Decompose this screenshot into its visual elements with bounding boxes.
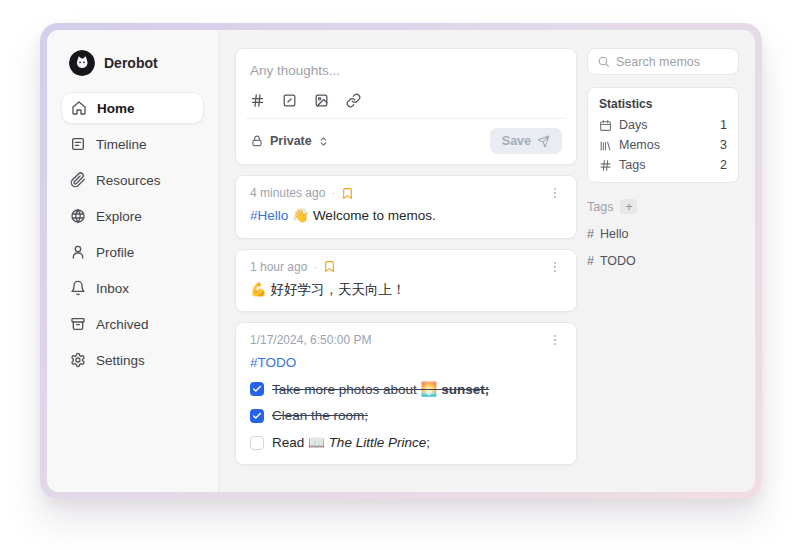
tags-title: Tags xyxy=(587,200,613,214)
memo-timestamp: 1 hour ago xyxy=(250,260,307,274)
checkbox-unchecked[interactable] xyxy=(250,436,264,450)
stat-value: 1 xyxy=(720,118,727,132)
add-tag-button[interactable]: + xyxy=(620,199,637,214)
checkbox-checked[interactable] xyxy=(250,409,264,423)
sidebar-item-explore[interactable]: Explore xyxy=(61,200,204,232)
stat-label: Tags xyxy=(619,158,645,172)
chevrons-up-down-icon xyxy=(318,136,329,147)
link-icon[interactable] xyxy=(346,93,361,108)
composer-toolbar xyxy=(250,93,562,108)
statistics-card: Statistics Days 1 Memos 3 Tags 2 xyxy=(587,87,739,183)
sidebar-item-profile[interactable]: Profile xyxy=(61,236,204,268)
tag-link-todo[interactable]: #TODO xyxy=(250,355,296,370)
sidebar-item-settings[interactable]: Settings xyxy=(61,344,204,376)
tag-link-hello[interactable]: #Hello xyxy=(250,208,288,223)
sidebar-item-home[interactable]: Home xyxy=(61,92,204,124)
sidebar-item-archived[interactable]: Archived xyxy=(61,308,204,340)
task-text: Take more photos about 🌅 sunset; xyxy=(272,380,489,400)
send-icon xyxy=(537,135,550,148)
task-item: Take more photos about 🌅 sunset; xyxy=(250,380,562,400)
task-item: Read 📖 The Little Prince; xyxy=(250,433,562,453)
checkbox-slash-icon[interactable] xyxy=(282,93,297,108)
save-button[interactable]: Save xyxy=(490,128,562,154)
memo-text: 💪 好好学习，天天向上！ xyxy=(250,282,406,297)
globe-icon xyxy=(70,208,86,224)
checkbox-checked[interactable] xyxy=(250,382,264,396)
right-sidebar: Statistics Days 1 Memos 3 Tags 2 xyxy=(587,30,755,492)
main-content: Private Save 4 minutes ago · xyxy=(219,30,587,492)
memos-app: Derobot Home Timeline Resources Explore … xyxy=(47,30,755,492)
paperclip-icon xyxy=(70,172,86,188)
stat-value: 3 xyxy=(720,138,727,152)
search-icon xyxy=(597,55,610,68)
sidebar-item-resources[interactable]: Resources xyxy=(61,164,204,196)
memo-timestamp: 1/17/2024, 6:50:00 PM xyxy=(250,333,371,347)
hash-prefix: # xyxy=(587,254,594,268)
task-text: Read 📖 The Little Prince; xyxy=(272,433,430,453)
bookmark-icon xyxy=(323,260,336,273)
calendar-icon xyxy=(599,119,612,132)
sidebar-item-label: Home xyxy=(97,101,135,116)
composer-divider xyxy=(246,118,566,119)
stat-row-days: Days 1 xyxy=(599,118,727,132)
memo-card: 4 minutes ago · #Hello👋 Welcome to memos… xyxy=(235,175,577,239)
avatar xyxy=(69,50,95,76)
user-menu[interactable]: Derobot xyxy=(61,50,204,76)
sidebar-item-label: Explore xyxy=(96,209,142,224)
task-item: Clean the room; xyxy=(250,406,562,426)
task-text: Clean the room; xyxy=(272,406,368,426)
sidebar-item-inbox[interactable]: Inbox xyxy=(61,272,204,304)
gear-icon xyxy=(70,352,86,368)
separator: · xyxy=(313,260,317,274)
statistics-title: Statistics xyxy=(599,97,727,111)
memo-text: 👋 Welcome to memos. xyxy=(292,208,435,223)
stat-value: 2 xyxy=(720,158,727,172)
hashtag-icon[interactable] xyxy=(250,93,265,108)
timeline-icon xyxy=(70,136,86,152)
hash-icon xyxy=(599,159,612,172)
sidebar-item-label: Archived xyxy=(96,317,149,332)
sidebar-item-label: Inbox xyxy=(96,281,129,296)
stat-row-tags: Tags 2 xyxy=(599,158,727,172)
more-menu-button[interactable] xyxy=(548,186,562,200)
search-box xyxy=(587,48,739,75)
visibility-select[interactable]: Private xyxy=(250,134,329,148)
library-icon xyxy=(599,139,612,152)
sidebar-item-label: Profile xyxy=(96,245,134,260)
sidebar-item-label: Resources xyxy=(96,173,161,188)
sidebar-item-label: Settings xyxy=(96,353,145,368)
stat-label: Memos xyxy=(619,138,660,152)
lock-icon xyxy=(250,134,264,148)
image-icon[interactable] xyxy=(314,93,329,108)
memo-timestamp: 4 minutes ago xyxy=(250,186,325,200)
user-icon xyxy=(70,244,86,260)
separator: · xyxy=(331,186,335,200)
visibility-label: Private xyxy=(270,134,312,148)
tag-item-hello[interactable]: # Hello xyxy=(587,227,739,241)
stat-label: Days xyxy=(619,118,647,132)
memo-card: 1/17/2024, 6:50:00 PM #TODO Take more ph… xyxy=(235,322,577,465)
archive-icon xyxy=(70,316,86,332)
sidebar-item-label: Timeline xyxy=(96,137,147,152)
bell-icon xyxy=(70,280,86,296)
memo-card: 1 hour ago · 💪 好好学习，天天向上！ xyxy=(235,249,577,313)
tag-label: Hello xyxy=(600,227,629,241)
composer-input[interactable] xyxy=(250,63,562,78)
save-label: Save xyxy=(502,134,531,148)
sidebar: Derobot Home Timeline Resources Explore … xyxy=(47,30,219,492)
more-menu-button[interactable] xyxy=(548,333,562,347)
tag-item-todo[interactable]: # TODO xyxy=(587,254,739,268)
stat-row-memos: Memos 3 xyxy=(599,138,727,152)
tag-label: TODO xyxy=(600,254,636,268)
app-window: Derobot Home Timeline Resources Explore … xyxy=(40,23,762,499)
username: Derobot xyxy=(104,55,158,71)
search-input[interactable] xyxy=(616,55,729,69)
hash-prefix: # xyxy=(587,227,594,241)
sidebar-item-timeline[interactable]: Timeline xyxy=(61,128,204,160)
memo-composer: Private Save xyxy=(235,48,577,165)
home-icon xyxy=(71,100,87,116)
more-menu-button[interactable] xyxy=(548,260,562,274)
bookmark-icon xyxy=(341,187,354,200)
